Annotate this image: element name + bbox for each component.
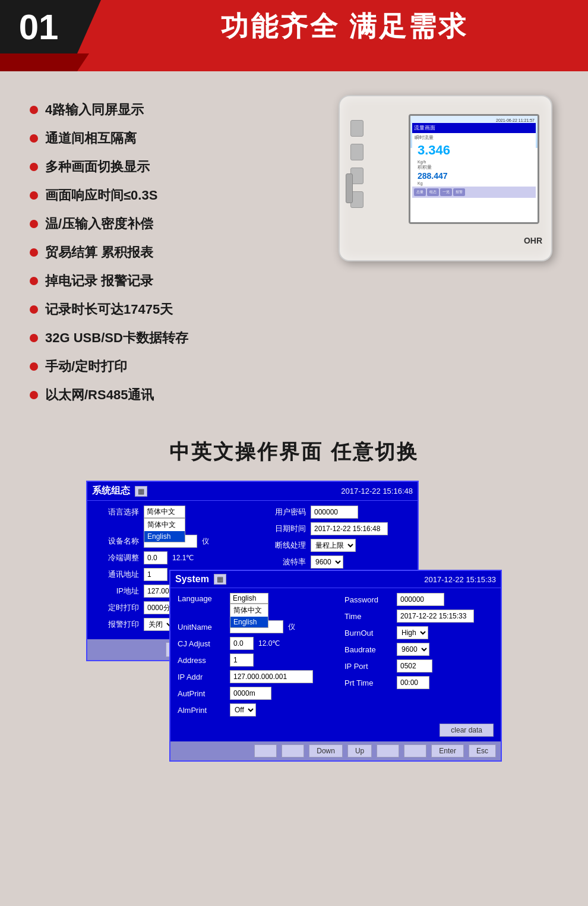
- en-ip-input[interactable]: [230, 670, 313, 683]
- en-ip-port-input[interactable]: [397, 659, 432, 673]
- bullet-icon: [30, 334, 38, 342]
- ribbon: [0, 53, 588, 71]
- device-side-button: [346, 173, 353, 203]
- screen-buttons: 总量 组态 一览 报警: [412, 187, 536, 198]
- en-language-label: Language: [178, 594, 225, 603]
- en-clear-area: clear data: [178, 724, 494, 737]
- device-brand: OHR: [524, 236, 542, 245]
- en-autprint-input[interactable]: [230, 687, 271, 700]
- bullet-icon: [30, 106, 38, 114]
- en-ip-port-row: IP Port: [344, 659, 494, 673]
- cn-password-input[interactable]: [311, 506, 358, 519]
- screen-date: 2021-06-22 11:21:57: [412, 118, 536, 123]
- bullet-icon: [30, 277, 38, 285]
- en-btn-3[interactable]: [377, 744, 399, 757]
- cn-baudrate-row: 波特率 9600: [261, 555, 410, 569]
- monitor-icon-en: ▦: [214, 574, 226, 585]
- cn-lang-option2[interactable]: English: [144, 531, 185, 542]
- en-almprint-select[interactable]: Off: [230, 703, 256, 716]
- en-burnout-row: BurnOut High: [344, 626, 494, 639]
- features-section: 4路输入同屏显示通道间相互隔离多种画面切换显示画面响应时间≤0.3S温/压输入密…: [30, 89, 558, 415]
- en-autprint-label: AutPrint: [178, 689, 225, 698]
- screen-flow-title: 流量画面: [412, 123, 536, 133]
- en-up-btn[interactable]: Up: [347, 744, 372, 757]
- cn-password-row: 用户密码: [261, 506, 410, 519]
- en-time-input[interactable]: [397, 610, 474, 623]
- en-cj-input1[interactable]: [230, 637, 254, 650]
- section-title: 中英文操作界面 任意切换: [30, 438, 558, 466]
- panel-english: System ▦ 2017-12-22 15:15:33 Language En…: [169, 570, 502, 762]
- en-panel-body: Language English 简体中文 English U: [170, 588, 501, 741]
- en-lang-option1[interactable]: 简体中文: [230, 604, 268, 617]
- en-baudrate-label: Baudrate: [344, 645, 392, 654]
- cn-print-label: 定时打印: [94, 602, 139, 613]
- device-port-1: [350, 120, 363, 137]
- en-time-row: Time: [344, 610, 494, 623]
- panels-container: 系统组态 ▦ 2017-12-22 15:16:48 语言选择 简体中文: [86, 481, 502, 766]
- feature-item: 4路输入同屏显示: [30, 101, 321, 119]
- en-cj-row: CJ Adjust 12.0℃: [178, 637, 327, 650]
- en-address-input[interactable]: [230, 654, 254, 667]
- en-prt-time-input[interactable]: [397, 676, 429, 689]
- screen-btn-1: 总量: [414, 188, 426, 196]
- en-password-input[interactable]: [397, 593, 444, 606]
- cn-address-label: 通讯地址: [94, 569, 139, 580]
- screen-btn-3: 一览: [440, 188, 452, 196]
- screen-btn-2: 组态: [427, 188, 439, 196]
- bullet-icon: [30, 391, 38, 399]
- en-btn-4[interactable]: [404, 744, 426, 757]
- en-clear-btn[interactable]: clear data: [440, 724, 494, 737]
- en-lang-option2[interactable]: English: [230, 617, 268, 627]
- cn-burnout-select[interactable]: 量程上限: [311, 539, 356, 552]
- cn-language-select[interactable]: 简体中文: [144, 506, 185, 518]
- feature-item: 32G USB/SD卡数据转存: [30, 329, 321, 347]
- en-panel-cols: Language English 简体中文 English U: [178, 593, 494, 720]
- en-burnout-select[interactable]: High: [397, 626, 428, 639]
- feature-item: 多种画面切换显示: [30, 158, 321, 176]
- bullet-icon: [30, 220, 38, 228]
- screen-flow-title-text: 流量画面: [414, 125, 435, 131]
- features-list: 4路输入同屏显示通道间相互隔离多种画面切换显示画面响应时间≤0.3S温/压输入密…: [30, 89, 321, 415]
- cn-lang-option1[interactable]: 简体中文: [144, 519, 185, 531]
- screen-flow-unit: Kg/h: [415, 160, 533, 164]
- chinese-panel-header: 系统组态 ▦ 2017-12-22 15:16:48: [87, 482, 418, 501]
- ribbon-left: [0, 53, 77, 71]
- en-password-row: Password: [344, 593, 494, 606]
- en-almprint-label: AlmPrint: [178, 706, 225, 715]
- cn-ip-label: IP地址: [94, 586, 139, 596]
- en-address-row: Address: [178, 654, 327, 667]
- bullet-icon: [30, 248, 38, 257]
- en-btn-1[interactable]: [254, 744, 277, 757]
- en-btn-2[interactable]: [282, 744, 304, 757]
- en-ip-port-label: IP Port: [344, 662, 392, 671]
- screen-accum-value: 288.447: [415, 171, 533, 181]
- main-content: 4路输入同屏显示通道间相互隔离多种画面切换显示画面响应时间≤0.3S温/压输入密…: [0, 71, 588, 784]
- feature-item: 记录时长可达17475天: [30, 301, 321, 318]
- cn-cj-row: 冷端调整 12.1℃: [94, 551, 244, 564]
- bullet-icon: [30, 134, 38, 143]
- en-panel-datetime: 2017-12-22 15:15:33: [424, 575, 496, 584]
- cn-baudrate-label: 波特率: [261, 557, 306, 567]
- en-col-right: Password Time BurnOut High: [344, 593, 494, 720]
- en-panel-title: System: [175, 574, 209, 585]
- en-burnout-label: BurnOut: [344, 629, 392, 637]
- screen-flow-label: 瞬时流量: [415, 134, 533, 141]
- feature-item: 手动/定时打印: [30, 358, 321, 375]
- cn-cj-input1[interactable]: [144, 551, 167, 564]
- cn-datetime-input[interactable]: [311, 522, 388, 535]
- cn-burnout-row: 断线处理 量程上限: [261, 539, 410, 552]
- en-esc-btn[interactable]: Esc: [469, 744, 496, 757]
- en-panel-footer: Down Up Enter Esc: [170, 741, 501, 760]
- en-language-select[interactable]: English: [230, 593, 268, 604]
- en-baudrate-select[interactable]: 9600: [397, 643, 429, 656]
- cn-device-name-label: 设备名称: [94, 536, 139, 547]
- bullet-icon: [30, 362, 38, 371]
- ribbon-triangle: [77, 53, 89, 71]
- en-down-btn[interactable]: Down: [309, 744, 343, 757]
- cn-baudrate-select[interactable]: 9600: [311, 555, 343, 569]
- cn-address-input[interactable]: [144, 568, 167, 581]
- en-enter-btn[interactable]: Enter: [431, 744, 464, 757]
- cn-language-label: 语言选择: [94, 507, 139, 517]
- en-panel-header: System ▦ 2017-12-22 15:15:33: [170, 571, 501, 588]
- screen-inner: 2021-06-22 11:21:57 流量画面 瞬时流量 3.346 Kg/h…: [410, 116, 538, 222]
